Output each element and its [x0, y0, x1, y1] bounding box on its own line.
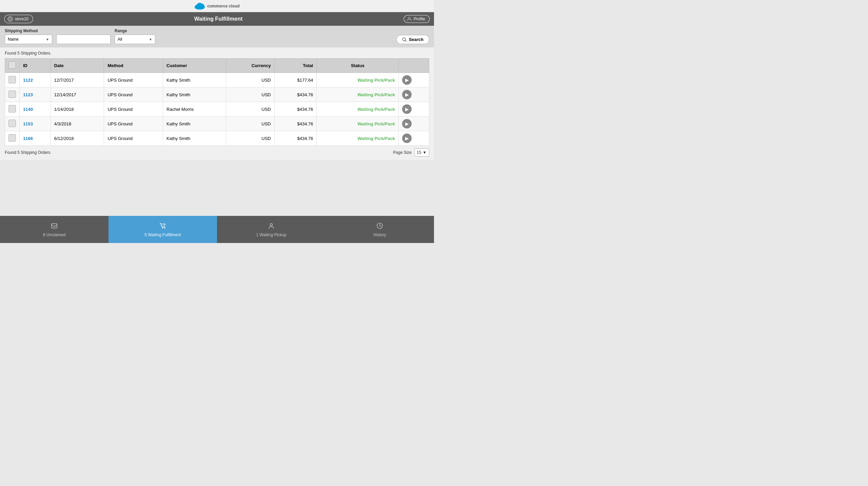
profile-icon [407, 17, 412, 21]
table-row: 1122 12/7/2017 UPS Ground Kathy Smith US… [5, 73, 429, 87]
page-size-selector[interactable]: 15 ▼ [414, 148, 429, 157]
page-size-control: Page Size 15 ▼ [393, 148, 429, 157]
row-date-0: 12/7/2017 [51, 73, 104, 87]
table-row: 1166 6/12/2018 UPS Ground Kathy Smith US… [5, 131, 429, 146]
search-button[interactable]: Search [396, 35, 429, 44]
row-checkbox-4[interactable] [8, 134, 16, 142]
row-checkbox-2[interactable] [8, 105, 16, 113]
row-checkbox-1[interactable] [8, 90, 16, 98]
logo-text: commerce cloud [207, 4, 239, 8]
col-header-id: ID [20, 59, 51, 73]
status-badge-3: Waiting Pick/Pack [357, 121, 395, 126]
col-header-customer: Customer [163, 59, 226, 73]
row-checkbox-cell [5, 87, 20, 102]
row-date-2: 1/14/2018 [51, 102, 104, 117]
range-label: Range [115, 28, 155, 33]
order-link-4[interactable]: 1166 [23, 136, 33, 141]
profile-button[interactable]: Profile [403, 15, 430, 23]
shipping-method-filter: Shipping Method Name ▼ [5, 28, 52, 44]
logo-bar: commerce cloud [0, 0, 434, 12]
name-selector-value: Name [8, 37, 19, 42]
nav-tab-waiting-pickup-label: 1 Waiting Pickup [256, 232, 287, 237]
range-chevron-icon: ▼ [149, 38, 152, 41]
row-customer-1: Kathy Smith [163, 87, 226, 102]
row-currency-0: USD [226, 73, 274, 87]
orders-table: ID Date Method Customer Currency Total S… [5, 58, 429, 146]
filter-row: Shipping Method Name ▼ Range All ▼ Searc… [5, 28, 429, 44]
page-size-label: Page Size [393, 150, 412, 155]
fulfillment-icon [159, 222, 166, 231]
row-total-3: $434.76 [274, 117, 317, 131]
row-nav-2: ▶ [399, 102, 429, 117]
row-checkbox-0[interactable] [8, 76, 16, 83]
row-total-0: $177.64 [274, 73, 317, 87]
order-link-1[interactable]: 1123 [23, 92, 33, 97]
header-checkbox[interactable] [8, 61, 16, 69]
salesforce-logo: commerce cloud [194, 2, 239, 10]
filter-value-input-group [56, 28, 111, 44]
bottom-result-bar: Found 5 Shipping Orders. Page Size 15 ▼ [5, 148, 429, 157]
row-status-1: Waiting Pick/Pack [317, 87, 399, 102]
nav-tab-waiting-fulfillment[interactable]: 5 Waiting Fulfillment [108, 216, 217, 243]
row-nav-button-3[interactable]: ▶ [402, 119, 412, 128]
header-bar: store10 Waiting Fulfillment Profile [0, 12, 434, 26]
row-status-4: Waiting Pick/Pack [317, 131, 399, 146]
row-nav-button-2[interactable]: ▶ [402, 104, 412, 114]
pickup-icon [268, 222, 275, 231]
row-status-2: Waiting Pick/Pack [317, 102, 399, 117]
row-method-1: UPS Ground [104, 87, 163, 102]
svg-point-8 [402, 38, 406, 41]
cloud-icon [194, 2, 205, 10]
row-id-0: 1122 [20, 73, 51, 87]
row-date-4: 6/12/2018 [51, 131, 104, 146]
row-status-0: Waiting Pick/Pack [317, 73, 399, 87]
status-badge-0: Waiting Pick/Pack [357, 78, 395, 83]
col-header-status: Status [317, 59, 399, 73]
name-selector[interactable]: Name ▼ [5, 35, 52, 44]
row-id-1: 1123 [20, 87, 51, 102]
order-link-0[interactable]: 1122 [23, 78, 33, 83]
table-row: 1123 12/14/2017 UPS Ground Kathy Smith U… [5, 87, 429, 102]
status-badge-4: Waiting Pick/Pack [357, 136, 395, 141]
col-header-total: Total [274, 59, 317, 73]
row-id-2: 1140 [20, 102, 51, 117]
nav-tab-history[interactable]: History [326, 216, 434, 243]
table-row: 1140 1/14/2018 UPS Ground Rachel Morris … [5, 102, 429, 117]
name-chevron-icon: ▼ [46, 38, 49, 41]
svg-point-11 [162, 227, 163, 228]
row-checkbox-3[interactable] [8, 120, 16, 127]
row-total-1: $434.76 [274, 87, 317, 102]
table-row: 1153 4/3/2018 UPS Ground Kathy Smith USD… [5, 117, 429, 131]
store-button[interactable]: store10 [4, 15, 33, 23]
row-customer-2: Rachel Morris [163, 102, 226, 117]
row-currency-1: USD [226, 87, 274, 102]
result-count-bottom: Found 5 Shipping Orders. [5, 150, 51, 155]
row-currency-3: USD [226, 117, 274, 131]
profile-label: Profile [414, 17, 425, 21]
row-id-3: 1153 [20, 117, 51, 131]
svg-rect-10 [52, 224, 57, 228]
row-customer-3: Kathy Smith [163, 117, 226, 131]
page-size-value: 15 [417, 150, 421, 155]
nav-tab-unclaimed[interactable]: 8 Unclaimed [0, 216, 108, 243]
svg-point-13 [270, 223, 273, 226]
history-icon [376, 222, 383, 231]
row-date-3: 4/3/2018 [51, 117, 104, 131]
row-nav-button-4[interactable]: ▶ [402, 134, 412, 143]
row-date-1: 12/14/2017 [51, 87, 104, 102]
row-total-2: $434.76 [274, 102, 317, 117]
nav-tab-unclaimed-label: 8 Unclaimed [43, 232, 66, 237]
order-link-2[interactable]: 1140 [23, 107, 33, 112]
nav-tab-waiting-pickup[interactable]: 1 Waiting Pickup [217, 216, 326, 243]
range-selector[interactable]: All ▼ [115, 35, 155, 44]
order-link-3[interactable]: 1153 [23, 121, 33, 126]
filter-value-input[interactable] [56, 35, 111, 44]
row-nav-button-1[interactable]: ▶ [402, 90, 412, 99]
row-checkbox-cell [5, 117, 20, 131]
range-filter: Range All ▼ [115, 28, 155, 44]
col-header-action [399, 59, 429, 73]
row-customer-4: Kathy Smith [163, 131, 226, 146]
main-content: Found 5 Shipping Orders. ID Date Method … [0, 47, 434, 160]
row-nav-button-0[interactable]: ▶ [402, 75, 412, 85]
unclaimed-icon [51, 222, 58, 231]
